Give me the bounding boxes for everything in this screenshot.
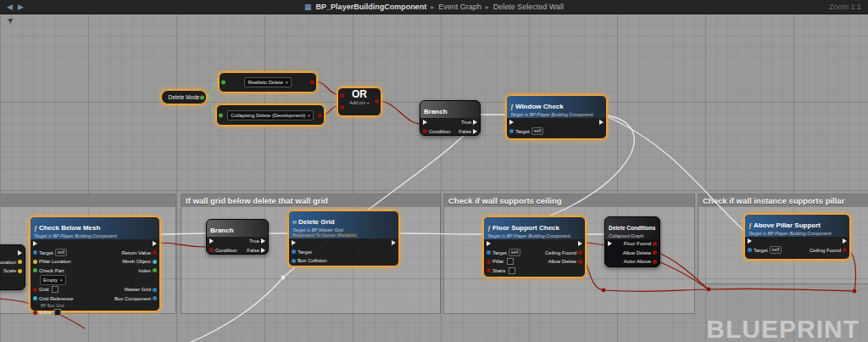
exec-out-pin[interactable]	[18, 250, 22, 255]
enum-dropdown[interactable]: Realistic Delete ▾	[244, 77, 291, 87]
chevron-down-icon: ▾	[60, 278, 63, 283]
true-exec-pin[interactable]: True	[461, 120, 477, 125]
pillar-checkbox[interactable]	[507, 258, 514, 265]
self-tag: self	[55, 249, 68, 256]
node-delete-mode[interactable]: Delete Mode	[161, 90, 207, 104]
floor-found-pin[interactable]: Floor Found	[624, 241, 657, 246]
reroute-dot[interactable]	[707, 288, 711, 292]
exec-out-pin[interactable]	[578, 241, 582, 246]
enum-dropdown[interactable]: Collapsing Delete (Development) ▾	[227, 110, 314, 121]
blueprint-grid-icon: ▦	[304, 3, 312, 11]
false-exec-pin[interactable]: False	[459, 129, 477, 134]
exec-in-pin[interactable]	[487, 241, 491, 246]
back-arrow-icon[interactable]: ◀	[7, 0, 13, 14]
condition-pin[interactable]: Condition	[209, 248, 236, 253]
check-part-dropdown[interactable]: Empty ▾	[40, 275, 66, 285]
bool-out-pin[interactable]	[310, 81, 314, 85]
grid-pin[interactable]: Grid	[33, 286, 58, 293]
node-delete-grid[interactable]: ✉Delete Grid Target is BP Master Grid Re…	[288, 210, 399, 266]
enum-in-pin[interactable]	[219, 113, 223, 117]
exec-out-pin[interactable]	[392, 240, 396, 245]
extra-checkbox[interactable]	[54, 309, 61, 316]
node-or[interactable]: OR Add pin +	[337, 87, 381, 116]
target-pin[interactable]: Target	[292, 249, 312, 255]
ceiling-found-pin[interactable]: Ceiling Found	[810, 248, 847, 253]
index-pin[interactable]: Index	[138, 268, 157, 273]
node-header: Delete Conditions Collapsed Graph	[605, 217, 659, 239]
comment-title[interactable]	[0, 194, 175, 207]
self-tag: self	[770, 246, 782, 254]
node-window-check[interactable]: ƒWindow Check Target is BP Player Buildi…	[506, 95, 607, 139]
mesh-object-pin[interactable]: Mesh Object	[122, 259, 157, 264]
node-delete-conditions[interactable]: Delete Conditions Collapsed Graph Floor …	[604, 216, 660, 267]
exec-in-pin[interactable]	[748, 238, 752, 244]
enum-value: Realistic Delete	[248, 80, 283, 85]
node-subtitle: Target is BP Player Building Component	[34, 233, 156, 238]
bool-in-pin[interactable]	[340, 93, 344, 98]
self-tag: self	[531, 127, 544, 135]
condition-pin[interactable]: Condition	[423, 129, 450, 134]
stairs-pin[interactable]: Stairs	[487, 267, 515, 274]
chevron-down-icon: ▾	[286, 80, 288, 85]
node-title: Above Pillar Support	[754, 221, 821, 229]
allow-delete-pin[interactable]: Allow Delete	[548, 259, 582, 264]
location-pin[interactable]: Location	[0, 260, 22, 265]
master-grid-pin[interactable]: Master Grid	[125, 287, 157, 292]
comment-title[interactable]: Check if wall supports ceiling	[444, 194, 694, 207]
node-equal-enum-realistic[interactable]: Realistic Delete ▾	[219, 72, 317, 93]
wire-enum	[205, 81, 219, 96]
node-floor-support-check[interactable]: ƒFloor Support Check Target is BP Player…	[483, 216, 586, 278]
exec-out-pin[interactable]	[153, 241, 157, 246]
breadcrumb-event-graph[interactable]: Event Graph	[438, 3, 481, 11]
enum-out-pin[interactable]	[200, 95, 204, 99]
exec-in-pin[interactable]	[509, 120, 514, 125]
breadcrumb-blueprint[interactable]: BP_PlayerBuildingComponent	[316, 3, 427, 11]
zoom-level: Zoom 1:1	[829, 3, 861, 11]
exec-in-pin[interactable]	[209, 238, 214, 244]
target-pin[interactable]: Targetself	[748, 246, 782, 254]
scale-pin[interactable]: Scale	[3, 268, 22, 273]
return-value-pin[interactable]: Return Value	[121, 250, 157, 255]
pillar-pin[interactable]: Pillar	[487, 258, 514, 265]
stairs-checkbox[interactable]	[509, 267, 515, 274]
box-collision-pin[interactable]: Box Collision	[292, 258, 327, 263]
exec-in-pin[interactable]	[292, 240, 296, 245]
comment-title[interactable]: Check if wall instance supports pillar	[698, 194, 868, 207]
pillar-location-pin[interactable]: Pillar Location	[33, 259, 71, 264]
extra-pin[interactable]: Extra	[33, 309, 61, 316]
enum-in-pin[interactable]	[221, 81, 225, 85]
target-pin[interactable]: Targetself	[509, 127, 543, 135]
breadcrumb-function[interactable]: Delete Selected Wall	[493, 3, 564, 11]
node-above-pillar-support[interactable]: ƒAbove Pillar Support Target is BP Playe…	[744, 214, 850, 260]
box-component-pin[interactable]: Box Component	[114, 296, 157, 301]
bool-in-pin[interactable]	[340, 105, 344, 109]
target-pin[interactable]: Targetself	[33, 249, 67, 256]
node-branch-top[interactable]: Branch True Condition False	[420, 100, 481, 136]
actor-above-pin[interactable]: Actor Above	[624, 259, 657, 264]
grid-reference-pin[interactable]: Grid Reference	[33, 296, 74, 301]
grid-checkbox[interactable]	[52, 286, 58, 293]
node-branch-bottom[interactable]: Branch True Condition False	[206, 219, 269, 255]
ceiling-found-pin[interactable]: Ceiling Found	[545, 250, 582, 255]
exec-in-pin[interactable]	[33, 241, 37, 246]
exec-out-pin[interactable]	[599, 120, 604, 125]
graph-canvas[interactable]: ➤ BLUEPRINT If wall grid below delete th…	[0, 14, 868, 342]
target-pin[interactable]: Targetself	[487, 249, 520, 256]
allow-delete-pin[interactable]: Allow Delete	[623, 250, 657, 255]
chevron-down-icon: ▾	[308, 113, 310, 118]
exec-out-pin[interactable]	[843, 238, 847, 244]
node-header: ƒCheck Below Mesh Target is BP Player Bu…	[31, 217, 159, 239]
node-equal-enum-collapsing[interactable]: Collapsing Delete (Development) ▾	[216, 104, 325, 126]
exec-in-pin[interactable]	[423, 120, 427, 125]
forward-arrow-icon[interactable]: ▶	[18, 0, 24, 14]
node-partial-left[interactable]: Location Scale	[0, 244, 25, 290]
true-exec-pin[interactable]: True	[249, 238, 265, 244]
exec-in-pin[interactable]	[608, 241, 612, 246]
bool-out-pin[interactable]	[375, 99, 379, 104]
false-exec-pin[interactable]: False	[247, 248, 265, 253]
bool-out-pin[interactable]	[318, 113, 322, 117]
comment-title[interactable]: If wall grid below delete that wall grid	[181, 194, 440, 207]
reroute-dot[interactable]	[853, 289, 857, 294]
node-check-below-mesh[interactable]: ƒCheck Below Mesh Target is BP Player Bu…	[30, 216, 160, 311]
check-part-pin[interactable]: Check Part	[33, 268, 64, 273]
